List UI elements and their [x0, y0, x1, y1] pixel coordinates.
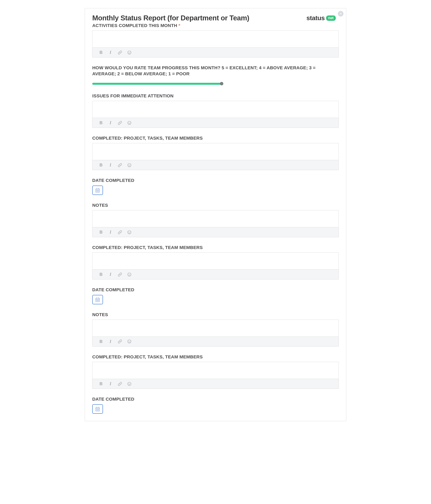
page-title: Monthly Status Report (for Department or…	[92, 14, 249, 22]
emoji-button[interactable]	[127, 230, 131, 234]
smile-icon	[127, 50, 131, 55]
field-label: COMPLETED: PROJECT, TASKS, TEAM MEMBERS	[92, 354, 339, 360]
logo-badge: net	[326, 15, 336, 21]
smile-icon	[127, 121, 131, 125]
rating-slider[interactable]	[92, 81, 339, 86]
link-button[interactable]	[118, 163, 122, 167]
italic-button[interactable]: I	[108, 163, 113, 167]
field-label: NOTES	[92, 202, 339, 208]
bold-button[interactable]: B	[99, 230, 103, 234]
italic-button[interactable]: I	[108, 230, 113, 234]
section-completed-1: COMPLETED: PROJECT, TASKS, TEAM MEMBERSB…	[92, 135, 339, 170]
bold-button[interactable]: B	[99, 339, 103, 343]
issues-input[interactable]	[92, 101, 339, 118]
section-activities: ACTIVITIES COMPLETED THIS MONTH*BI	[92, 23, 339, 57]
editor-toolbar: BI	[92, 337, 339, 347]
link-button[interactable]	[118, 50, 122, 55]
link-icon	[118, 230, 122, 234]
emoji-button[interactable]	[127, 382, 131, 386]
editor-toolbar: BI	[92, 118, 339, 128]
section-notes-1: NOTESBI	[92, 202, 339, 237]
required-star-icon: *	[178, 23, 180, 28]
section-date-2: DATE COMPLETED	[92, 287, 339, 304]
smile-icon	[127, 382, 131, 386]
completed-3-input[interactable]	[92, 362, 339, 379]
italic-button[interactable]: I	[108, 121, 113, 125]
completed-1-input[interactable]	[92, 143, 339, 160]
field-label: HOW WOULD YOU RATE TEAM PROGRESS THIS MO…	[92, 65, 339, 77]
link-icon	[118, 339, 122, 343]
section-notes-2: NOTESBI	[92, 312, 339, 347]
section-rating: HOW WOULD YOU RATE TEAM PROGRESS THIS MO…	[92, 65, 339, 86]
logo: status net	[306, 14, 336, 22]
date-3-picker[interactable]	[92, 404, 103, 414]
notes-2-input[interactable]	[92, 320, 339, 337]
section-completed-3: COMPLETED: PROJECT, TASKS, TEAM MEMBERSB…	[92, 354, 339, 389]
completed-2-input[interactable]	[92, 252, 339, 270]
section-issues: ISSUES FOR IMMEDIATE ATTENTIONBI	[92, 93, 339, 128]
emoji-button[interactable]	[127, 339, 131, 343]
bold-button[interactable]: B	[99, 50, 103, 55]
italic-button[interactable]: I	[108, 339, 113, 343]
slider-thumb[interactable]	[220, 82, 223, 85]
bold-button[interactable]: B	[99, 272, 103, 277]
notes-1-input[interactable]	[92, 210, 339, 227]
section-date-1: DATE COMPLETED	[92, 177, 339, 195]
link-button[interactable]	[118, 121, 122, 125]
field-label: DATE COMPLETED	[92, 396, 339, 402]
italic-button[interactable]: I	[108, 382, 113, 386]
close-button[interactable]	[338, 11, 343, 17]
editor-toolbar: BI	[92, 270, 339, 279]
link-icon	[118, 382, 122, 386]
link-icon	[118, 272, 122, 277]
activities-input[interactable]	[92, 30, 339, 48]
header: Monthly Status Report (for Department or…	[92, 14, 339, 22]
field-label: ISSUES FOR IMMEDIATE ATTENTION	[92, 93, 339, 99]
editor-toolbar: BI	[92, 48, 339, 57]
bold-button[interactable]: B	[99, 121, 103, 125]
link-icon	[118, 50, 122, 55]
editor-toolbar: BI	[92, 379, 339, 389]
field-label: COMPLETED: PROJECT, TASKS, TEAM MEMBERS	[92, 135, 339, 141]
field-label: DATE COMPLETED	[92, 177, 339, 183]
field-label: COMPLETED: PROJECT, TASKS, TEAM MEMBERS	[92, 244, 339, 250]
italic-button[interactable]: I	[108, 50, 113, 55]
close-icon	[339, 13, 342, 15]
date-2-picker[interactable]	[92, 295, 103, 304]
bold-button[interactable]: B	[99, 163, 103, 167]
calendar-icon	[95, 188, 100, 193]
logo-text: status	[306, 14, 325, 22]
emoji-button[interactable]	[127, 163, 131, 167]
form-panel: Monthly Status Report (for Department or…	[85, 8, 346, 421]
smile-icon	[127, 230, 131, 234]
section-completed-2: COMPLETED: PROJECT, TASKS, TEAM MEMBERSB…	[92, 244, 339, 279]
link-button[interactable]	[118, 382, 122, 386]
italic-button[interactable]: I	[108, 272, 113, 277]
smile-icon	[127, 272, 131, 277]
editor-toolbar: BI	[92, 160, 339, 170]
link-button[interactable]	[118, 230, 122, 234]
smile-icon	[127, 339, 131, 343]
emoji-button[interactable]	[127, 50, 131, 55]
section-date-3: DATE COMPLETED	[92, 396, 339, 414]
link-icon	[118, 163, 122, 167]
link-icon	[118, 121, 122, 125]
date-1-picker[interactable]	[92, 186, 103, 195]
emoji-button[interactable]	[127, 121, 131, 125]
slider-track	[92, 83, 222, 85]
link-button[interactable]	[118, 272, 122, 277]
field-label: ACTIVITIES COMPLETED THIS MONTH*	[92, 23, 339, 28]
link-button[interactable]	[118, 339, 122, 343]
field-label: NOTES	[92, 312, 339, 317]
calendar-icon	[95, 406, 100, 412]
emoji-button[interactable]	[127, 272, 131, 277]
editor-toolbar: BI	[92, 227, 339, 237]
bold-button[interactable]: B	[99, 382, 103, 386]
calendar-icon	[95, 297, 100, 302]
smile-icon	[127, 163, 131, 167]
field-label: DATE COMPLETED	[92, 287, 339, 293]
